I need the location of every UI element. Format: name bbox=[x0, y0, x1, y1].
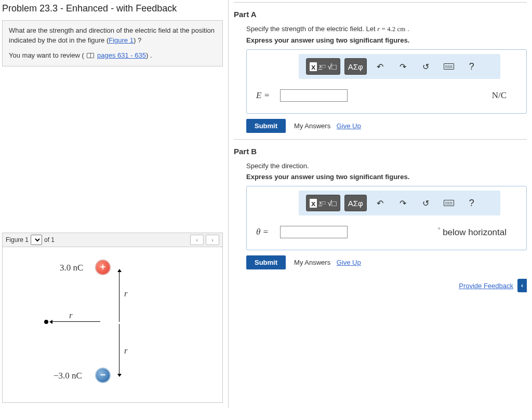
neg-charge-label: −3.0 nC bbox=[54, 371, 82, 381]
keyboard-button[interactable] bbox=[440, 58, 458, 75]
part-a-submit-button[interactable]: Submit bbox=[246, 119, 286, 133]
arrow-vertical-top bbox=[119, 270, 119, 322]
provide-feedback-link[interactable]: Provide Feedback bbox=[459, 282, 513, 290]
give-up-link-a[interactable]: Give Up bbox=[337, 122, 361, 130]
part-a-lhs: E = bbox=[256, 90, 280, 101]
part-b-input[interactable] bbox=[280, 226, 348, 238]
figure-canvas: 3.0 nC + r r r −3.0 nC − bbox=[2, 247, 223, 403]
r-label-bottom: r bbox=[124, 346, 128, 356]
part-b-lhs: θ = bbox=[256, 227, 280, 237]
part-a-toolbar: x x□ √□ ΑΣφ ↶ ↷ ↺ ? bbox=[299, 54, 500, 79]
undo-button[interactable]: ↶ bbox=[371, 58, 390, 75]
part-b-header: Part B bbox=[234, 139, 527, 159]
part-a-unit: N/C bbox=[492, 90, 517, 101]
problem-prompt: What are the strength and direction of t… bbox=[2, 20, 223, 66]
figure-next-button[interactable]: › bbox=[206, 235, 219, 245]
positive-charge-icon: + bbox=[95, 260, 111, 275]
part-b-answer-box: x x□ √□ ΑΣφ ↶ ↷ ↺ ? θ = ° below horizont… bbox=[246, 186, 527, 250]
help-button[interactable]: ? bbox=[462, 58, 481, 75]
pos-charge-label: 3.0 nC bbox=[60, 263, 83, 273]
figure-prev-button[interactable]: ‹ bbox=[190, 235, 204, 245]
part-a-instruction-1: Specify the strength of the electric fie… bbox=[234, 25, 527, 33]
part-b-unit: ° below horizontal bbox=[438, 226, 517, 238]
keyboard-icon bbox=[444, 63, 454, 70]
root-icon-b: √□ bbox=[327, 199, 336, 208]
help-button-b[interactable]: ? bbox=[462, 195, 481, 211]
template-button-b[interactable]: x x□ √□ bbox=[306, 195, 340, 211]
frac-bot: □ bbox=[322, 63, 325, 69]
reset-button-b[interactable]: ↺ bbox=[417, 195, 435, 211]
tmpl-x: x bbox=[310, 62, 317, 71]
plus-sign: + bbox=[100, 262, 106, 273]
arrow-horizontal bbox=[50, 321, 100, 322]
part-b-toolbar: x x□ √□ ΑΣφ ↶ ↷ ↺ ? bbox=[299, 191, 500, 215]
r-label-top: r bbox=[124, 289, 128, 299]
pages-link[interactable]: pages 631 - 635 bbox=[97, 51, 146, 59]
below-horizontal-text: below horizontal bbox=[440, 227, 507, 237]
figure-label: Figure 1 bbox=[6, 236, 29, 243]
template-button[interactable]: x x□ √□ bbox=[306, 58, 340, 75]
arrow-vertical-bottom bbox=[119, 324, 119, 376]
part-b-submit-button[interactable]: Submit bbox=[246, 255, 286, 269]
redo-button[interactable]: ↷ bbox=[394, 58, 413, 75]
part-b-instruction-2: Express your answer using two significan… bbox=[234, 173, 527, 181]
frac-bot-b: □ bbox=[322, 200, 325, 206]
part-a-header: Part A bbox=[234, 2, 527, 22]
my-answers-label-a: My Answers bbox=[294, 122, 330, 130]
minus-sign: − bbox=[100, 370, 106, 381]
part-a-answer-box: x x□ √□ ΑΣφ ↶ ↷ ↺ ? E = N/C bbox=[246, 49, 527, 114]
pa-i1-eq: = 4.2 cm bbox=[380, 25, 405, 33]
reset-button[interactable]: ↺ bbox=[417, 58, 435, 75]
undo-button-b[interactable]: ↶ bbox=[371, 195, 390, 211]
prompt-line2-post: ) . bbox=[146, 51, 152, 59]
negative-charge-icon: − bbox=[95, 368, 111, 383]
figure-header: Figure 1 of 1 ‹ › bbox=[2, 233, 223, 247]
page-title: Problem 23.3 - Enhanced - with Feedback bbox=[2, 0, 223, 20]
part-b-instruction-1: Specify the direction. bbox=[234, 162, 527, 170]
give-up-link-b[interactable]: Give Up bbox=[337, 259, 361, 266]
part-a-instruction-2: Express your answer using two significan… bbox=[234, 36, 527, 44]
book-icon bbox=[87, 53, 94, 58]
figure-link[interactable]: Figure 1 bbox=[109, 36, 134, 44]
prompt-line1-post: ) ? bbox=[134, 36, 141, 44]
pa-i1-post: . bbox=[405, 25, 409, 33]
redo-button-b[interactable]: ↷ bbox=[394, 195, 413, 211]
keyboard-button-b[interactable] bbox=[440, 195, 458, 211]
tmpl-x-b: x bbox=[310, 199, 317, 208]
r-label-horizontal: r bbox=[69, 310, 73, 321]
feedback-toggle-button[interactable]: ‹ bbox=[517, 279, 527, 292]
keyboard-icon-b bbox=[444, 200, 454, 206]
figure-of: of 1 bbox=[44, 236, 55, 243]
root-icon: √□ bbox=[327, 62, 336, 71]
pa-i1-pre: Specify the strength of the electric fie… bbox=[246, 25, 377, 33]
prompt-line2-pre: You may want to review ( bbox=[9, 51, 86, 59]
greek-button-b[interactable]: ΑΣφ bbox=[344, 195, 367, 211]
greek-button[interactable]: ΑΣφ bbox=[344, 58, 367, 75]
part-a-input[interactable] bbox=[280, 89, 348, 102]
my-answers-label-b: My Answers bbox=[294, 259, 330, 266]
figure-select[interactable] bbox=[31, 235, 42, 245]
